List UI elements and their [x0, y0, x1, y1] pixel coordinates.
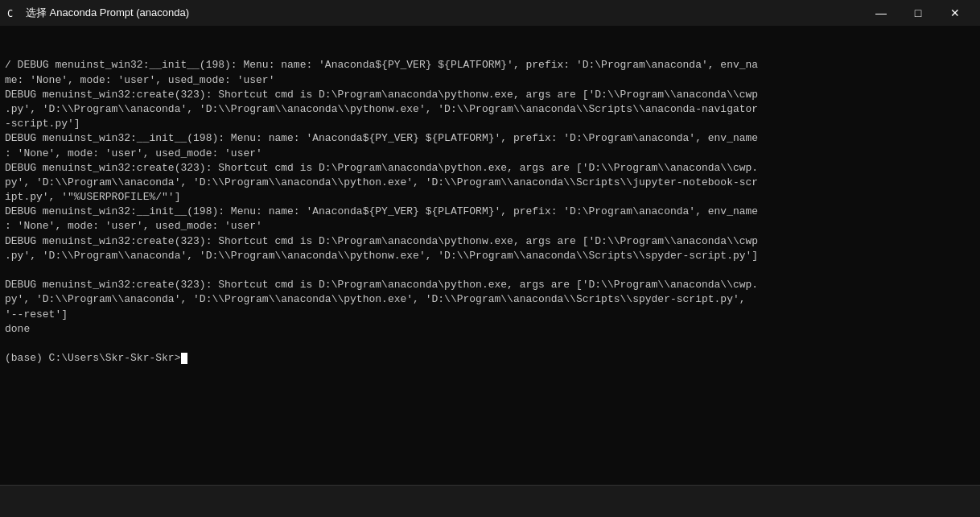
title-bar-controls: — □ ✕: [863, 0, 974, 26]
terminal-icon: C: [6, 6, 19, 19]
cursor: [181, 353, 187, 364]
window: C 选择 Anaconda Prompt (anaconda) — □ ✕ / …: [0, 0, 980, 517]
minimize-button[interactable]: —: [863, 0, 900, 26]
maximize-button[interactable]: □: [900, 0, 937, 26]
terminal-body[interactable]: / DEBUG menuinst_win32:__init__(198): Me…: [0, 26, 980, 485]
taskbar: [0, 485, 980, 517]
title-bar-left: C 选择 Anaconda Prompt (anaconda): [6, 6, 189, 20]
title-bar-title: 选择 Anaconda Prompt (anaconda): [26, 6, 189, 20]
terminal-output: / DEBUG menuinst_win32:__init__(198): Me…: [5, 58, 975, 380]
svg-text:C: C: [7, 8, 13, 19]
close-button[interactable]: ✕: [937, 0, 974, 26]
title-bar: C 选择 Anaconda Prompt (anaconda) — □ ✕: [0, 0, 980, 26]
